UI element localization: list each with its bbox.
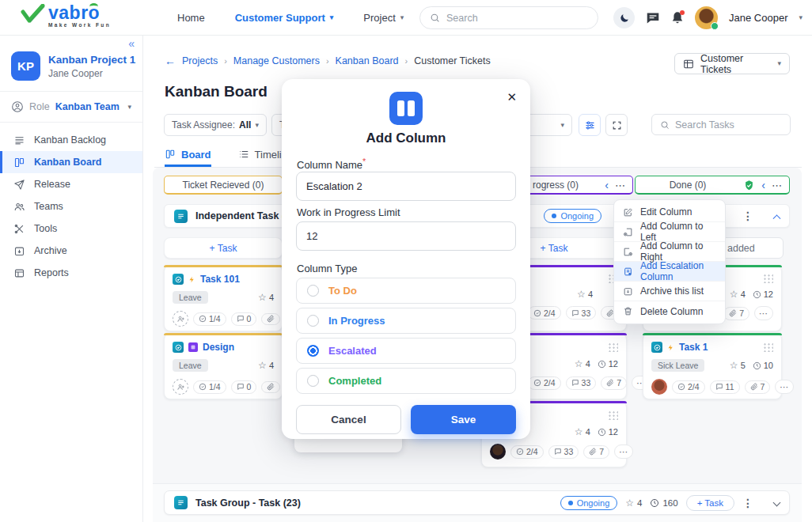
search-tasks[interactable]: [651, 114, 791, 135]
column-header-done[interactable]: Done (0) ‹ ⋯: [635, 176, 790, 195]
sidebar-collapse-icon[interactable]: «: [128, 37, 135, 50]
option-escalated[interactable]: Escalated: [296, 338, 516, 364]
column-header-ticket-received[interactable]: Ticket Recieved (0): [164, 176, 283, 195]
option-completed[interactable]: Completed: [296, 368, 516, 394]
radio-unselected[interactable]: [307, 315, 319, 327]
attachments-stat: 7: [601, 376, 627, 390]
star-icon: ☆: [575, 427, 583, 437]
tab-board[interactable]: Board: [165, 145, 211, 167]
drag-handle-icon[interactable]: [608, 342, 618, 352]
task-title[interactable]: Design: [203, 342, 234, 353]
tools-icon: [13, 223, 25, 235]
view-selector-button[interactable]: Customer Tickets ▾: [674, 53, 790, 74]
task-card[interactable]: Task 1 Sick Leave ☆510 2/4 11 7 ⋯: [643, 333, 782, 399]
nav-project[interactable]: Project▾: [363, 12, 404, 24]
notifications-button[interactable]: [671, 11, 684, 25]
collapse-column-icon[interactable]: ‹: [605, 180, 609, 191]
expand-group-icon[interactable]: [773, 499, 781, 507]
breadcrumb-projects[interactable]: Projects: [182, 55, 218, 66]
global-search[interactable]: [419, 6, 598, 29]
sidebar-item-archive[interactable]: Archive: [0, 240, 142, 262]
search-input[interactable]: [446, 13, 573, 24]
nav-customer-support[interactable]: Customer Support▾: [235, 12, 334, 24]
sidebar-item-tools[interactable]: Tools: [0, 218, 142, 240]
option-to-do[interactable]: To Do: [296, 278, 516, 304]
drag-handle-icon[interactable]: [608, 410, 618, 420]
radio-unselected[interactable]: [307, 285, 319, 297]
menu-item-add-column-right[interactable]: Add Column to Right: [614, 242, 725, 262]
menu-item-add-escalation-column[interactable]: Add Escalation Column: [614, 262, 725, 282]
menu-item-archive-this-list[interactable]: Archive this list: [614, 282, 725, 301]
star-icon: ☆: [258, 293, 267, 302]
close-icon[interactable]: ✕: [507, 91, 517, 103]
sidebar-item-release[interactable]: Release: [0, 173, 142, 195]
fullscreen-button[interactable]: [605, 114, 628, 136]
column-menu-icon[interactable]: ⋯: [772, 180, 783, 191]
task-group-footer[interactable]: Task Group - Task (23) Ongoing ☆4 160 + …: [164, 490, 790, 515]
menu-item-delete-column[interactable]: Delete Column: [614, 301, 725, 321]
brand-name: vabro: [48, 2, 100, 23]
drag-handle-icon[interactable]: [763, 342, 773, 352]
assign-user-button[interactable]: [173, 311, 188, 327]
collapse-group-icon[interactable]: [773, 214, 781, 222]
project-header[interactable]: KP Kanban Project 1 Jane Cooper: [0, 36, 142, 91]
more-actions-icon[interactable]: ⋯: [614, 444, 633, 459]
column-menu-icon[interactable]: ⋯: [615, 180, 626, 191]
role-selector[interactable]: Role Kanban Team ▾: [0, 92, 142, 122]
clock-icon: [650, 498, 659, 508]
radio-unselected[interactable]: [307, 375, 319, 387]
kebab-menu-icon[interactable]: ⋮: [742, 497, 753, 509]
kebab-menu-icon[interactable]: ⋮: [742, 210, 753, 221]
assignee-avatar[interactable]: [490, 444, 506, 460]
notification-badge: [680, 10, 685, 15]
assignee-avatar[interactable]: [651, 379, 667, 395]
save-button[interactable]: Save: [411, 405, 516, 434]
timeline-icon: [238, 149, 249, 160]
attachments-stat: [261, 313, 280, 325]
cancel-button[interactable]: Cancel: [296, 405, 401, 434]
add-task-button[interactable]: + Task: [164, 237, 283, 259]
breadcrumb-manage-customers[interactable]: Manage Customers: [233, 55, 320, 66]
breadcrumb-separator: ›: [326, 56, 329, 66]
moon-icon: [619, 13, 630, 24]
option-in-progress[interactable]: In Progress: [296, 308, 516, 334]
sidebar-item-kanban-backlog[interactable]: Kanban Backlog: [0, 129, 142, 151]
nav-home[interactable]: Home: [177, 12, 205, 24]
clock-icon: [598, 360, 606, 369]
menu-item-edit-column[interactable]: Edit Column: [614, 202, 725, 222]
task-card[interactable]: Design Leave ☆4 1/4 0: [164, 333, 283, 399]
star-icon: ☆: [730, 361, 738, 370]
star-icon: ☆: [730, 289, 738, 299]
back-arrow-icon[interactable]: ←: [165, 55, 176, 66]
chevron-down-icon[interactable]: ▾: [799, 14, 803, 21]
wip-limit-input[interactable]: [296, 221, 516, 251]
dark-mode-toggle[interactable]: [613, 7, 635, 28]
task-assignee-filter[interactable]: Task Assignee: All ▾: [164, 114, 267, 136]
sidebar-item-teams[interactable]: Teams: [0, 195, 142, 218]
comments-stat: 33: [548, 445, 579, 459]
add-task-button[interactable]: + Task: [686, 495, 734, 511]
collapse-column-icon[interactable]: ‹: [761, 180, 765, 191]
column-name-label: Column Name*: [297, 157, 366, 171]
task-title[interactable]: Task 101: [200, 274, 240, 285]
filter-settings-button[interactable]: [579, 114, 601, 136]
vabro-logo[interactable]: vabro Make Work Fun: [21, 4, 111, 28]
attachments-stat: [261, 381, 280, 393]
drag-handle-icon[interactable]: [763, 274, 773, 283]
breadcrumb-kanban-board[interactable]: Kanban Board: [336, 55, 399, 66]
more-actions-icon[interactable]: ⋯: [754, 306, 773, 320]
messages-button[interactable]: [646, 12, 660, 25]
menu-item-add-column-left[interactable]: Add Column to Left: [614, 222, 725, 242]
search-tasks-input[interactable]: [675, 119, 770, 130]
assign-user-button[interactable]: [173, 379, 188, 395]
more-actions-icon[interactable]: ⋯: [775, 380, 794, 394]
user-avatar[interactable]: [695, 6, 718, 29]
breadcrumb-separator: ›: [405, 56, 408, 66]
task-title[interactable]: Task 1: [679, 342, 708, 353]
column-name-input[interactable]: [296, 172, 516, 201]
sidebar-item-reports[interactable]: Reports: [0, 262, 142, 284]
checklist-stat: 2/4: [672, 380, 705, 394]
radio-selected[interactable]: [307, 345, 319, 357]
task-card[interactable]: Task 101 Leave ☆4 1/4 0: [164, 265, 283, 331]
sidebar-item-kanban-board[interactable]: Kanban Board: [0, 151, 142, 173]
